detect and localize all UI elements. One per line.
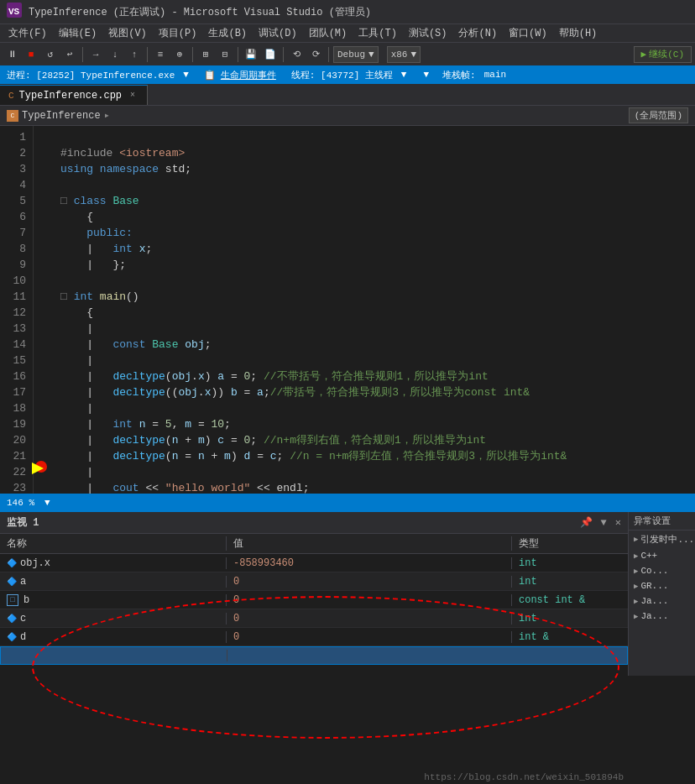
menu-file[interactable]: 文件(F) [3, 24, 52, 42]
debug-config-dropdown[interactable]: Debug ▼ [333, 46, 379, 63]
breadcrumb-separator: ▸ [104, 109, 110, 122]
menu-view[interactable]: 视图(V) [103, 24, 152, 42]
debug-stack-val: main [484, 70, 506, 80]
right-panel-label-2: C++ [640, 551, 657, 561]
watch-col-name-label: 名称 [7, 538, 27, 550]
toolbar-btn-misc1[interactable]: ≡ [152, 46, 169, 63]
toolbar-btn-misc2[interactable]: ⊕ [171, 46, 188, 63]
watch-empty-input[interactable] [1, 650, 227, 661]
breadcrumb-file-icon: C [7, 110, 18, 122]
watch-cell-name-d: 🔷 d [0, 631, 227, 643]
toolbar-sep2 [147, 47, 148, 62]
tab-close-icon[interactable]: × [127, 90, 138, 102]
watch-icon-c: 🔷 [7, 614, 17, 624]
watch-cell-type-a: int [512, 576, 628, 588]
right-panel: 异常设置 ▶ 引发时中... ▶ C++ ▶ Co... ▶ GR... ▶ J… [628, 512, 695, 676]
watch-cell-type-d: int & [512, 631, 628, 643]
line-numbers: 1 2 3 4 5 6 7 8 9 10 11 12 13 14 15 16 1… [0, 126, 34, 494]
toolbar-btn-step-over[interactable]: → [87, 46, 104, 63]
watch-row-a[interactable]: 🔷 a 0 int [0, 572, 628, 591]
right-panel-item-1[interactable]: ▶ 引发时中... [629, 531, 695, 548]
watch-col-type-label: 类型 [519, 538, 539, 550]
watch-row-c[interactable]: 🔷 c 0 int [0, 609, 628, 628]
platform-dropdown[interactable]: x86 ▼ [387, 46, 421, 63]
watch-pin2-icon[interactable]: ▼ [601, 517, 607, 529]
watch-row-b[interactable]: □ b 0 const int & [0, 591, 628, 609]
watch-row-objx[interactable]: 🔷 obj.x -858993460 int [0, 554, 628, 572]
toolbar-btn-undo2[interactable]: ⟲ [288, 46, 305, 63]
breadcrumb-filename[interactable]: TypeInference [22, 110, 101, 122]
toolbar-btn-save2[interactable]: 📄 [262, 46, 279, 63]
watch-close-icon[interactable]: ✕ [615, 516, 621, 529]
right-panel-item-3[interactable]: ▶ Co... [629, 563, 695, 578]
watch-icon-objx: 🔷 [7, 558, 17, 568]
toolbar-btn-pause[interactable]: ⏸ [3, 46, 20, 63]
continue-button[interactable]: ▶ 继续(C) [634, 46, 692, 63]
svg-text:VS: VS [8, 7, 20, 17]
toolbar-sep3 [192, 47, 193, 62]
watch-cell-val-a: 0 [227, 576, 512, 588]
debug-events[interactable]: 生命周期事件 [221, 69, 276, 81]
breadcrumb-scope[interactable]: (全局范围) [629, 107, 688, 123]
toolbar-btn-misc4[interactable]: ⊟ [217, 46, 233, 63]
menu-debug[interactable]: 调试(D) [253, 24, 302, 42]
menu-analyze[interactable]: 分析(N) [453, 24, 502, 42]
watch-col-name: 名称 [0, 536, 227, 551]
watch-row-d[interactable]: 🔷 d 0 int & [0, 628, 628, 646]
watch-cell-name-a: 🔷 a [0, 576, 227, 588]
watch-panel: 监视 1 📌 ▼ ✕ 名称 值 类型 [0, 512, 628, 676]
menu-edit[interactable]: 编辑(E) [54, 24, 102, 42]
menu-tools[interactable]: 工具(T) [353, 24, 402, 42]
debug-config-arrow: ▼ [368, 50, 374, 60]
toolbar-sep4 [238, 47, 238, 62]
debug-thread-arrow: ▼ [401, 70, 407, 80]
right-panel-header: 异常设置 [629, 512, 695, 531]
code-content[interactable]: #include <iostream> using namespace std;… [54, 126, 695, 494]
vs-logo: VS [7, 3, 22, 22]
watch-header: 监视 1 📌 ▼ ✕ [0, 512, 628, 534]
zoom-level: 146 % [7, 498, 34, 508]
right-panel-item-5[interactable]: ▶ Ja... [629, 593, 695, 609]
watch-cell-type-b: const int & [512, 594, 628, 606]
watch-cell-val-b: 0 [227, 594, 512, 606]
watch-cell-val-d: 0 [227, 631, 512, 643]
toolbar-btn-redo[interactable]: ⟳ [307, 46, 324, 63]
menu-build[interactable]: 生成(B) [203, 24, 252, 42]
right-panel-item-4[interactable]: ▶ GR... [629, 578, 695, 593]
watch-icon-b: □ [7, 594, 18, 606]
bottom-panel: 监视 1 📌 ▼ ✕ 名称 值 类型 [0, 512, 695, 676]
tab-typeinference[interactable]: C TypeInference.cpp × [0, 85, 148, 105]
window-title: TypeInference (正在调试) - Microsoft Visual … [29, 5, 371, 19]
menu-team[interactable]: 团队(M) [304, 24, 353, 42]
watch-empty-row[interactable] [0, 646, 628, 665]
toolbar-btn-restart[interactable]: ↺ [42, 46, 59, 63]
run-label: 继续(C) [649, 48, 684, 60]
tab-label: TypeInference.cpp [19, 90, 122, 102]
menu-help[interactable]: 帮助(H) [554, 24, 603, 42]
watch-name-c: c [20, 613, 26, 625]
toolbar-btn-save[interactable]: 💾 [243, 46, 259, 63]
tab-bar: C TypeInference.cpp × [0, 84, 695, 106]
right-panel-item-2[interactable]: ▶ C++ [629, 548, 695, 563]
watch-input-field[interactable] [8, 650, 175, 661]
toolbar-btn-step-out[interactable]: ↑ [126, 46, 143, 63]
right-panel-title: 异常设置 [634, 515, 671, 527]
menu-window[interactable]: 窗口(W) [504, 24, 552, 42]
right-panel-label-1: 引发时中... [640, 533, 694, 546]
watermark: https://blog.csdn.net/weixin_501894b [424, 772, 624, 782]
toolbar-sep1 [82, 47, 83, 62]
right-panel-item-6[interactable]: ▶ Ja... [629, 609, 695, 624]
watch-cell-name-c: 🔷 c [0, 613, 227, 625]
toolbar-btn-stop[interactable]: ■ [23, 46, 39, 63]
toolbar-btn-step-in[interactable]: ↓ [107, 46, 123, 63]
watch-pin-icon[interactable]: 📌 [580, 516, 593, 529]
menu-project[interactable]: 项目(P) [154, 24, 202, 42]
menu-test[interactable]: 测试(S) [404, 24, 452, 42]
debug-filter-icon: ▼ [423, 70, 429, 80]
toolbar-btn-misc3[interactable]: ⊞ [197, 46, 214, 63]
editor-status: 146 % ▼ [0, 494, 695, 512]
right-panel-label-5: Ja... [640, 596, 668, 606]
watch-cell-type-objx: int [512, 557, 628, 569]
watch-cell-name-objx: 🔷 obj.x [0, 557, 227, 569]
toolbar-btn-undo[interactable]: ↩ [61, 46, 78, 63]
